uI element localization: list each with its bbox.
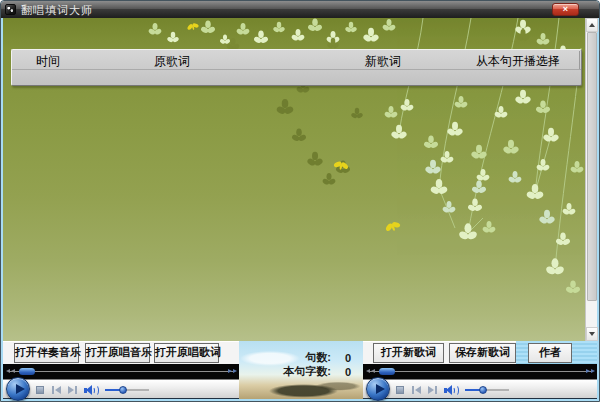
line-chars-row: 本句字数: 0 bbox=[283, 364, 351, 379]
lyrics-list-header: 时间 原歌词 新歌词 从本句开播选择 bbox=[11, 49, 582, 86]
play-button[interactable] bbox=[6, 377, 30, 401]
accompaniment-player bbox=[3, 364, 239, 399]
play-icon bbox=[376, 384, 385, 394]
lyrics-scrollbar[interactable] bbox=[585, 18, 597, 341]
sentence-count-label: 句数: bbox=[305, 350, 331, 365]
column-header-time[interactable]: 时间 bbox=[36, 53, 60, 70]
volume-thumb[interactable] bbox=[479, 386, 487, 394]
lyrics-area: 时间 原歌词 新歌词 从本句开播选择 bbox=[3, 18, 585, 341]
lyrics-header-row: 时间 原歌词 新歌词 从本句开播选择 bbox=[12, 50, 581, 70]
speaker-icon[interactable] bbox=[443, 384, 460, 396]
fast-forward-icon bbox=[586, 369, 595, 373]
line-chars-value: 0 bbox=[345, 366, 351, 378]
column-separator bbox=[579, 51, 580, 69]
sentence-count-row: 句数: 0 bbox=[305, 350, 351, 365]
player-controls bbox=[3, 379, 239, 399]
previous-button[interactable] bbox=[412, 386, 421, 394]
previous-icon bbox=[55, 386, 61, 394]
column-header-original-lyrics[interactable]: 原歌词 bbox=[154, 53, 190, 70]
next-button[interactable] bbox=[428, 386, 437, 394]
seek-bar[interactable] bbox=[363, 364, 597, 379]
scrollbar-thumb[interactable] bbox=[587, 32, 597, 301]
seek-bar[interactable] bbox=[3, 364, 239, 379]
open-original-lyrics-button[interactable]: 打开原唱歌词 bbox=[154, 343, 219, 363]
close-button[interactable]: × bbox=[552, 3, 579, 16]
column-header-new-lyrics[interactable]: 新歌词 bbox=[365, 53, 401, 70]
stop-button[interactable] bbox=[396, 386, 404, 394]
play-icon bbox=[16, 384, 25, 394]
next-icon bbox=[68, 386, 74, 394]
arrow-down-icon bbox=[589, 332, 595, 336]
app-icon bbox=[5, 4, 16, 15]
seek-thumb[interactable] bbox=[19, 368, 35, 375]
volume-slider[interactable] bbox=[105, 389, 149, 391]
sentence-count-value: 0 bbox=[345, 352, 351, 364]
seek-track bbox=[9, 371, 233, 372]
next-icon bbox=[428, 386, 434, 394]
open-new-lyrics-button[interactable]: 打开新歌词 bbox=[373, 343, 444, 363]
arrow-up-icon bbox=[589, 23, 595, 27]
scroll-up-button[interactable] bbox=[586, 18, 598, 32]
app-window: 翻唱填词大师 × bbox=[0, 0, 600, 402]
original-vocal-player bbox=[363, 364, 597, 399]
next-button[interactable] bbox=[68, 386, 77, 394]
open-original-music-button[interactable]: 打开原唱音乐 bbox=[85, 343, 150, 363]
open-accompaniment-button[interactable]: 打开伴奏音乐 bbox=[14, 343, 79, 363]
line-chars-label: 本句字数: bbox=[283, 364, 331, 379]
speaker-icon[interactable] bbox=[83, 384, 100, 396]
previous-button[interactable] bbox=[52, 386, 61, 394]
seek-track bbox=[369, 371, 591, 372]
previous-icon bbox=[415, 386, 421, 394]
play-button[interactable] bbox=[366, 377, 390, 401]
title-bar[interactable]: 翻唱填词大师 × bbox=[1, 1, 599, 18]
stop-button[interactable] bbox=[36, 386, 44, 394]
fast-forward-icon bbox=[228, 369, 237, 373]
column-header-play-from-line[interactable]: 从本句开播选择 bbox=[476, 53, 560, 70]
volume-thumb[interactable] bbox=[119, 386, 127, 394]
volume-slider[interactable] bbox=[465, 389, 509, 391]
save-new-lyrics-button[interactable]: 保存新歌词 bbox=[449, 343, 516, 363]
stats-panel: 句数: 0 本句字数: 0 bbox=[239, 341, 363, 399]
seek-thumb[interactable] bbox=[379, 368, 395, 375]
window-title: 翻唱填词大师 bbox=[21, 3, 93, 18]
scroll-down-button[interactable] bbox=[586, 327, 598, 341]
player-controls bbox=[363, 379, 597, 399]
author-button[interactable]: 作者 bbox=[528, 343, 572, 363]
